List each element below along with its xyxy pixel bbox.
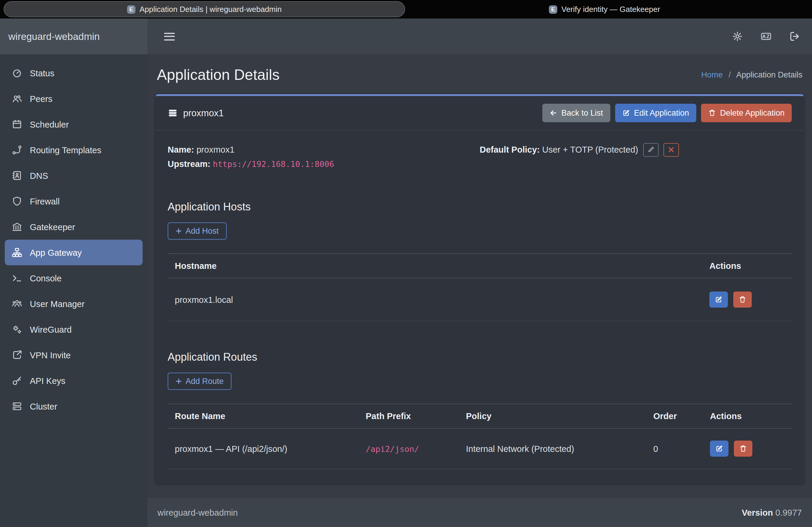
svg-text:A: A — [762, 34, 766, 39]
brand: wireguard-webadmin — [0, 18, 147, 54]
detail-right-column: Default Policy: User + TOTP (Protected) — [480, 142, 792, 171]
back-to-list-button[interactable]: Back to List — [542, 104, 610, 122]
browser-tab-active[interactable]: E Application Details | wireguard-webadm… — [3, 1, 405, 17]
plus-icon — [175, 378, 182, 385]
back-arrow-icon — [550, 109, 557, 117]
sidebar-item-label: User Manager — [30, 299, 85, 308]
delete-host-button[interactable] — [733, 291, 752, 307]
route-actions-cell — [703, 428, 792, 469]
server-icon — [12, 401, 22, 411]
order-column-header: Order — [646, 404, 703, 428]
hosts-header-row: Hostname Actions — [168, 254, 792, 278]
version-value: 0.9977 — [775, 508, 802, 517]
page-head: Application Details Home / Application D… — [157, 66, 802, 84]
sidebar-item-wireguard[interactable]: WireGuard — [5, 317, 143, 342]
sidebar-item-status[interactable]: Status — [5, 60, 143, 86]
sidebar-item-console[interactable]: Console — [5, 265, 143, 291]
gears-icon — [12, 324, 22, 334]
routes-header-row: Route Name Path Prefix Policy Order Acti… — [168, 404, 792, 428]
sidebar-item-vpn-invite[interactable]: VPN Invite — [5, 342, 143, 368]
application-details: Name: proxmox1 Upstream: https://192.168… — [168, 142, 792, 171]
sidebar-item-cluster[interactable]: Cluster — [5, 393, 143, 419]
upstream-value: https://192.168.10.1:8006 — [213, 159, 334, 169]
application-title: proxmox1 — [168, 108, 224, 118]
upstream-row: Upstream: https://192.168.10.1:8006 — [168, 157, 480, 171]
sidebar-item-label: Routing Templates — [30, 145, 101, 155]
sidebar-item-peers[interactable]: Peers — [5, 86, 143, 111]
hosts-section-title: Application Hosts — [168, 201, 792, 213]
sidebar-item-scheduler[interactable]: Scheduler — [5, 111, 143, 137]
policy-text: Default Policy: User + TOTP (Protected) — [480, 142, 638, 157]
policy-value: User + TOTP (Protected) — [542, 145, 638, 154]
key-icon — [12, 376, 22, 386]
sidebar-item-label: Peers — [30, 94, 53, 103]
pencil-icon — [647, 146, 654, 153]
sidebar-item-label: Firewall — [30, 196, 60, 206]
version-label: Version — [742, 508, 773, 517]
route-order-cell: 0 — [646, 428, 703, 469]
route-name-column-header: Route Name — [168, 404, 359, 428]
sidebar-item-label: App Gateway — [30, 248, 82, 257]
users-icon — [12, 94, 22, 104]
host-actions-cell — [702, 278, 792, 321]
routes-table: Route Name Path Prefix Policy Order Acti… — [168, 404, 792, 469]
terminal-icon — [12, 273, 22, 283]
sidebar-item-label: Cluster — [30, 402, 57, 411]
favicon-icon: E — [127, 5, 135, 13]
sidebar: wireguard-webadmin Status Peers Schedule… — [0, 18, 147, 527]
tab-title: Application Details | wireguard-webadmin — [140, 5, 281, 14]
name-row: Name: proxmox1 — [168, 142, 480, 157]
edit-icon — [622, 109, 630, 117]
calendar-icon — [12, 119, 22, 130]
application-card: proxmox1 Back to List Edit Application — [156, 94, 804, 483]
favicon-icon: E — [549, 5, 557, 13]
sidebar-item-dns[interactable]: DNS — [5, 163, 143, 189]
topbar-actions: AZ — [732, 31, 800, 42]
card-header: proxmox1 Back to List Edit Application — [156, 96, 804, 131]
hosts-table: Hostname Actions proxmox1.local — [168, 253, 792, 321]
add-route-button[interactable]: Add Route — [168, 373, 232, 390]
edit-icon — [715, 445, 723, 452]
sidebar-item-api-keys[interactable]: API Keys — [5, 368, 143, 393]
sidebar-item-label: VPN Invite — [30, 350, 71, 360]
main-column: AZ Application Details Home / Applicatio… — [147, 18, 812, 527]
upstream-label: Upstream: — [168, 159, 210, 169]
menu-toggle-button[interactable] — [164, 32, 175, 40]
add-host-button[interactable]: Add Host — [168, 222, 227, 240]
language-icon[interactable]: AZ — [761, 31, 771, 42]
policy-row: Default Policy: User + TOTP (Protected) — [480, 142, 792, 157]
clear-policy-button[interactable] — [663, 143, 679, 156]
svg-text:Z: Z — [767, 34, 770, 39]
server-icon — [168, 108, 178, 118]
sidebar-item-label: Status — [30, 68, 54, 78]
app-frame: wireguard-webadmin Status Peers Schedule… — [0, 18, 812, 527]
sidebar-item-label: DNS — [30, 171, 48, 180]
edit-policy-button[interactable] — [643, 143, 658, 156]
sidebar-item-routing-templates[interactable]: Routing Templates — [5, 137, 143, 163]
logout-icon[interactable] — [789, 31, 800, 42]
route-path-prefix-cell: /api2/json/ — [359, 428, 459, 469]
delete-application-button[interactable]: Delete Application — [701, 104, 792, 122]
browser-tab-inactive[interactable]: E Verify identity — Gatekeeper — [549, 1, 660, 17]
gear-icon[interactable] — [732, 31, 743, 42]
tab-title: Verify identity — Gatekeeper — [562, 5, 660, 14]
edit-icon — [715, 296, 723, 303]
sidebar-item-firewall[interactable]: Firewall — [5, 189, 143, 214]
breadcrumb-home-link[interactable]: Home — [701, 70, 723, 79]
sidebar-item-user-manager[interactable]: User Manager — [5, 291, 143, 317]
sidebar-item-label: Scheduler — [30, 120, 69, 129]
gauge-icon — [12, 68, 22, 78]
sidebar-item-gatekeeper[interactable]: Gatekeeper — [5, 214, 143, 240]
delete-route-button[interactable] — [734, 440, 752, 457]
actions-column-header: Actions — [703, 404, 792, 428]
route-icon — [12, 145, 22, 155]
sidebar-item-app-gateway[interactable]: App Gateway — [5, 240, 143, 265]
bank-icon — [12, 222, 22, 232]
edit-application-button[interactable]: Edit Application — [615, 104, 696, 122]
route-name-cell: proxmox1 — API (/api2/json/) — [168, 428, 359, 469]
users-group-icon — [12, 299, 22, 309]
card-body: Name: proxmox1 Upstream: https://192.168… — [156, 131, 804, 483]
x-icon — [667, 146, 675, 153]
edit-host-button[interactable] — [709, 291, 728, 307]
edit-route-button[interactable] — [710, 440, 728, 457]
